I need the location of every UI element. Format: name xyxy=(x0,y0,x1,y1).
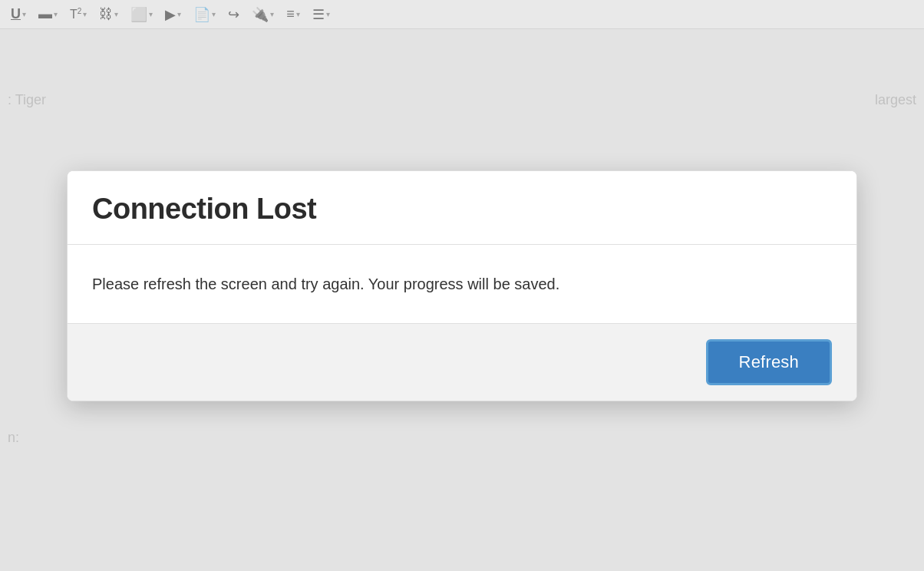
refresh-button[interactable]: Refresh xyxy=(706,339,832,385)
modal-message: Please refresh the screen and try again.… xyxy=(92,272,832,295)
modal-body: Please refresh the screen and try again.… xyxy=(68,245,856,324)
modal-header: Connection Lost xyxy=(68,171,856,245)
modal-footer: Refresh xyxy=(68,324,856,401)
connection-lost-modal: Connection Lost Please refresh the scree… xyxy=(67,170,857,401)
modal-overlay: Connection Lost Please refresh the scree… xyxy=(0,0,924,571)
modal-title: Connection Lost xyxy=(92,193,832,226)
